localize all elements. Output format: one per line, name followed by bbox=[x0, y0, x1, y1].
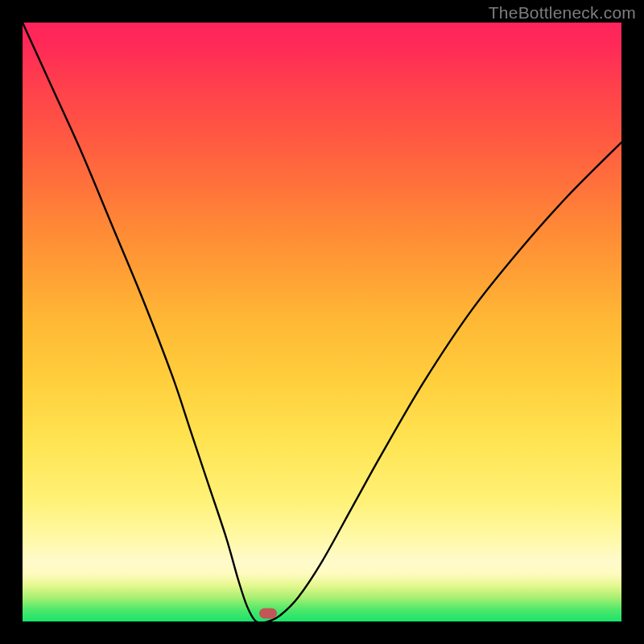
optimum-marker bbox=[259, 609, 277, 619]
bottleneck-curve bbox=[23, 23, 621, 621]
plot-area bbox=[23, 23, 621, 621]
curve-path bbox=[23, 23, 621, 621]
chart-frame: TheBottleneck.com bbox=[0, 0, 644, 644]
watermark-text: TheBottleneck.com bbox=[489, 3, 636, 23]
